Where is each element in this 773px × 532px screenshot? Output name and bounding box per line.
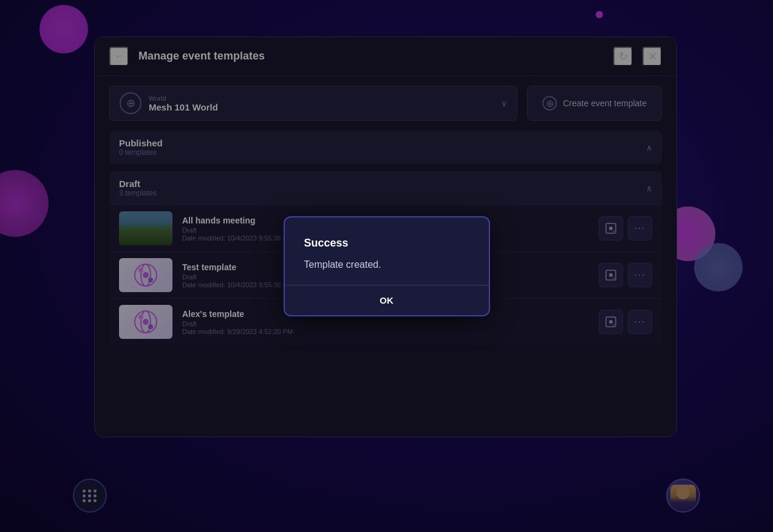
success-modal: Success Template created. OK	[284, 216, 490, 316]
modal-body: Success Template created.	[285, 217, 489, 285]
modal-footer: OK	[285, 285, 489, 315]
modal-title: Success	[304, 237, 469, 250]
modal-message: Template created.	[304, 259, 469, 270]
modal-overlay: Success Template created. OK	[0, 0, 773, 532]
modal-ok-button[interactable]: OK	[285, 285, 489, 315]
